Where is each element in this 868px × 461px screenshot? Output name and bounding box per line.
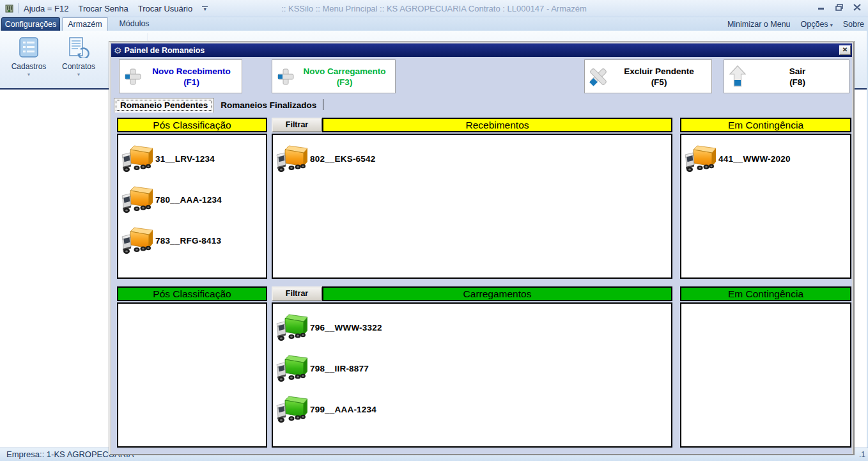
truck-orange-icon	[275, 144, 309, 173]
em-contingencia-carregamentos-list[interactable]	[680, 302, 851, 448]
delete-x-icon	[585, 65, 612, 89]
romaneio-label: 798__IIR-8877	[310, 364, 369, 373]
contratos-icon	[67, 36, 90, 58]
gear-icon: ⚙	[114, 46, 122, 55]
filtrar-carregamentos-button[interactable]: Filtrar	[272, 286, 322, 301]
truck-orange-icon	[684, 144, 717, 173]
em-contingencia-recebimentos-list[interactable]: 441__WWW-2020	[680, 134, 851, 279]
truck-green-icon	[275, 313, 309, 342]
recebimentos-list[interactable]: 802__EKS-6542	[272, 134, 672, 279]
pos-classificacao-carregamentos-list[interactable]	[117, 302, 267, 448]
dialog-client: Novo Recebimento (F1) Novo Carregamento …	[111, 57, 852, 454]
sair-label: Sair	[789, 66, 806, 76]
cadastros-button[interactable]: Cadastros ▼	[8, 34, 50, 86]
truck-green-icon	[275, 354, 309, 383]
romaneio-item[interactable]: 802__EKS-6542	[275, 138, 671, 179]
sair-key: (F8)	[789, 77, 805, 87]
novo-carregamento-button[interactable]: Novo Carregamento (F3)	[272, 59, 396, 93]
carregamentos-list[interactable]: 796__WWW-3322 798__IIR-8877	[272, 302, 672, 448]
sair-button[interactable]: Sair (F8)	[724, 59, 849, 93]
truck-orange-icon	[121, 226, 154, 255]
tab-divider	[323, 99, 323, 110]
menu-trocar-senha[interactable]: Trocar Senha	[78, 4, 128, 13]
cadastros-dropdown-icon: ▼	[27, 72, 31, 77]
romaneio-label: 783__RFG-8413	[155, 236, 221, 246]
pos-classificacao-recebimentos-list[interactable]: 31__LRV-1234 780__AAA-1234	[117, 134, 267, 279]
romaneio-label: 780__AAA-1234	[155, 195, 222, 205]
dialog-tab-strip: Romaneio Pendentes Romaneios Finalizados	[114, 96, 323, 113]
novo-carregamento-key: (F3)	[337, 77, 353, 87]
window-titlebar: Ajuda = F12 Trocar Senha Trocar Usuário …	[0, 0, 868, 17]
app-icon	[4, 3, 15, 13]
truck-orange-icon	[121, 144, 154, 173]
dialog-title: Painel de Romaneios	[125, 46, 205, 55]
tab-romaneios-finalizados[interactable]: Romaneios Finalizados	[214, 98, 323, 113]
cadastros-icon	[18, 36, 40, 58]
truck-green-icon	[275, 395, 309, 424]
contratos-dropdown-icon: ▼	[77, 72, 81, 77]
romaneio-item[interactable]: 780__AAA-1234	[121, 179, 266, 220]
novo-recebimento-button[interactable]: Novo Recebimento (F1)	[119, 59, 242, 93]
tab-modulos[interactable]: Módulos	[110, 17, 159, 31]
romaneio-label: 799__AAA-1234	[310, 405, 376, 414]
menu-ajuda[interactable]: Ajuda = F12	[24, 4, 68, 13]
novo-recebimento-label: Novo Recebimento	[152, 66, 230, 76]
minimize-button[interactable]	[816, 3, 827, 12]
menu-trocar-usuario[interactable]: Trocar Usuário	[138, 4, 192, 13]
plus-icon	[120, 66, 146, 87]
cadastros-label: Cadastros	[12, 62, 47, 71]
status-version: .1	[859, 448, 865, 461]
romaneio-label: 796__WWW-3322	[310, 323, 382, 332]
menu-sobre[interactable]: Sobre	[843, 20, 864, 29]
romaneio-item[interactable]: 796__WWW-3322	[275, 307, 671, 348]
romaneio-item[interactable]: 441__WWW-2020	[684, 138, 850, 179]
excluir-pendente-label: Excluir Pendente	[624, 66, 694, 76]
novo-carregamento-label: Novo Carregamento	[303, 66, 385, 76]
romaneio-label: 802__EKS-6542	[310, 154, 375, 164]
menu-opcoes[interactable]: Opções▾	[801, 20, 833, 29]
romaneio-label: 441__WWW-2020	[718, 154, 791, 164]
romaneio-label: 31__LRV-1234	[155, 154, 215, 164]
arrow-up-icon	[724, 65, 751, 89]
header-carregamentos: Carregamentos	[322, 286, 672, 301]
filtrar-recebimentos-button[interactable]: Filtrar	[272, 118, 322, 132]
novo-recebimento-key: (F1)	[183, 77, 199, 87]
contratos-button[interactable]: Contratos ▼	[58, 34, 100, 86]
header-em-contingencia-recebimentos: Em Contingência	[680, 118, 851, 132]
close-button[interactable]	[851, 3, 863, 12]
ribbon-tab-row: Configurações Armazém Módulos Minimizar …	[0, 17, 868, 31]
header-recebimentos: Recebimentos	[322, 118, 672, 132]
romaneio-item[interactable]: 31__LRV-1234	[121, 138, 266, 179]
romaneio-item[interactable]: 799__AAA-1234	[275, 389, 671, 430]
painel-de-romaneios-dialog: ⚙ Painel de Romaneios ✕ Novo Recebimento…	[109, 41, 855, 455]
tab-armazem[interactable]: Armazém	[62, 17, 108, 31]
contratos-label: Contratos	[62, 62, 95, 71]
quick-access-separator	[18, 3, 19, 13]
quick-access-dropdown-icon[interactable]: ▾	[202, 6, 208, 12]
excluir-pendente-button[interactable]: Excluir Pendente (F5)	[584, 59, 712, 93]
excluir-pendente-key: (F5)	[651, 77, 667, 87]
menu-minimizar-o-menu[interactable]: Minimizar o Menu	[727, 20, 791, 29]
tab-romaneio-pendentes[interactable]: Romaneio Pendentes	[114, 98, 214, 113]
header-em-contingencia-carregamentos: Em Contingência	[680, 286, 851, 301]
header-pos-classificacao-carregamentos: Pós Classificação	[117, 286, 267, 301]
truck-orange-icon	[121, 185, 154, 214]
dialog-titlebar[interactable]: ⚙ Painel de Romaneios ✕	[111, 43, 852, 57]
opcoes-caret-icon: ▾	[830, 22, 833, 28]
dialog-close-button[interactable]: ✕	[839, 45, 851, 55]
romaneio-item[interactable]: 783__RFG-8413	[121, 220, 266, 261]
restore-button[interactable]	[833, 3, 845, 12]
romaneio-item[interactable]: 798__IIR-8877	[275, 348, 671, 389]
plus-icon	[272, 66, 299, 87]
header-pos-classificacao-recebimentos: Pós Classificação	[117, 118, 267, 132]
tab-configuracoes[interactable]: Configurações	[1, 17, 60, 31]
